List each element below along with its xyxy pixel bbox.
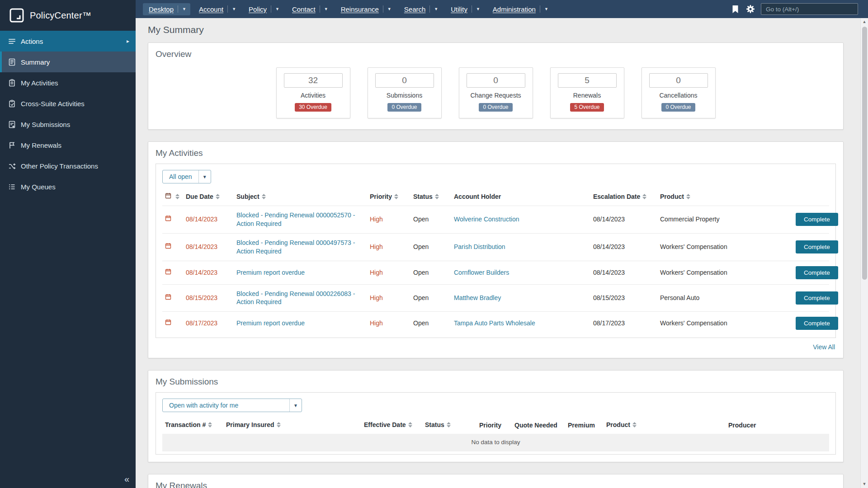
chevron-down-icon[interactable]: ▼ bbox=[232, 7, 236, 11]
col-label: Effective Date bbox=[364, 421, 406, 428]
col-subject[interactable]: Subject bbox=[234, 189, 367, 206]
nav-item-contact[interactable]: Contact ▼ bbox=[286, 3, 332, 15]
complete-button[interactable]: Complete bbox=[796, 213, 838, 226]
subject-link[interactable]: Blocked - Pending Renewal 0000052570 - A… bbox=[236, 211, 355, 227]
scrollbar-thumb[interactable] bbox=[862, 27, 867, 280]
sidebar-item-my-submissions[interactable]: My Submissions bbox=[0, 114, 136, 135]
sidebar-item-cross-suite-activities[interactable]: Cross-Suite Activities bbox=[0, 93, 136, 114]
col-priority[interactable]: Priority bbox=[476, 418, 512, 434]
account-holder-link[interactable]: Cornflower Builders bbox=[454, 269, 509, 276]
sort-icon bbox=[175, 193, 179, 201]
complete-button[interactable]: Complete bbox=[796, 317, 838, 330]
activities-filter-dropdown[interactable]: All open ▼ bbox=[162, 170, 211, 183]
stat-value: 5 bbox=[558, 73, 617, 88]
sidebar-item-other-policy-transactions[interactable]: Other Policy Transactions bbox=[0, 155, 136, 176]
status: Open bbox=[410, 284, 451, 312]
complete-button[interactable]: Complete bbox=[796, 291, 838, 305]
nav-divider bbox=[429, 5, 430, 13]
complete-button[interactable]: Complete bbox=[796, 266, 838, 279]
nav-item-search[interactable]: Search ▼ bbox=[398, 3, 442, 15]
shuffle-arrows-icon bbox=[8, 162, 16, 170]
col-premium[interactable]: Premium bbox=[565, 418, 604, 434]
sidebar-item-my-renewals[interactable]: My Renewals bbox=[0, 135, 136, 155]
col-priority[interactable]: Priority bbox=[367, 189, 410, 206]
chevron-down-icon[interactable]: ▼ bbox=[434, 7, 438, 11]
vertical-scrollbar[interactable]: ▲ ▼ bbox=[860, 18, 868, 488]
gear-icon[interactable] bbox=[745, 4, 755, 14]
stat-tile-submissions[interactable]: 0 Submissions 0 Overdue bbox=[368, 67, 442, 118]
subject-link[interactable]: Premium report overdue bbox=[236, 319, 305, 327]
col-quote-needed[interactable]: Quote Needed bbox=[512, 418, 565, 434]
account-holder-link[interactable]: Wolverine Construction bbox=[454, 216, 519, 223]
sidebar-collapse-button[interactable]: « bbox=[124, 474, 129, 484]
sidebar-item-my-queues[interactable]: My Queues bbox=[0, 176, 136, 197]
sort-icon bbox=[277, 422, 281, 429]
account-holder-link[interactable]: Tampa Auto Parts Wholesale bbox=[454, 319, 535, 327]
scroll-up-arrow[interactable]: ▲ bbox=[863, 18, 867, 26]
top-menu-bar: Desktop ▼ Account ▼ Policy ▼ Contact bbox=[136, 0, 868, 18]
overdue-badge: 30 Overdue bbox=[295, 103, 331, 112]
stat-value: 32 bbox=[284, 73, 343, 88]
nav-item-reinsurance[interactable]: Reinsurance ▼ bbox=[335, 3, 396, 15]
chevron-down-icon[interactable]: ▼ bbox=[476, 7, 480, 11]
goto-search-input[interactable] bbox=[761, 3, 858, 15]
subject-link[interactable]: Blocked - Pending Renewal 0000497573 - A… bbox=[236, 239, 355, 255]
complete-button[interactable]: Complete bbox=[796, 240, 838, 253]
col-status[interactable]: Status bbox=[410, 189, 451, 206]
account-holder-link[interactable]: Matthew Bradley bbox=[454, 294, 501, 301]
col-effective-date[interactable]: Effective Date bbox=[361, 418, 422, 434]
sort-icon bbox=[408, 422, 412, 429]
priority: High bbox=[367, 284, 410, 312]
col-transaction[interactable]: Transaction # bbox=[162, 418, 223, 434]
stat-value: 0 bbox=[467, 73, 525, 88]
nav-item-administration[interactable]: Administration ▼ bbox=[487, 3, 552, 15]
product: Workers' Compensation bbox=[657, 233, 793, 261]
col-account-holder[interactable]: Account Holder bbox=[451, 189, 590, 206]
submissions-filter-dropdown[interactable]: Open with activity for me ▼ bbox=[162, 399, 302, 412]
overview-title: Overview bbox=[156, 49, 836, 59]
col-calendar[interactable] bbox=[162, 189, 183, 206]
subject-link[interactable]: Blocked - Pending Renewal 0000226083 - A… bbox=[236, 290, 355, 306]
summary-document-icon bbox=[8, 58, 16, 66]
subject-cell: Premium report overdue bbox=[234, 261, 367, 284]
col-label: Subject bbox=[236, 193, 259, 200]
scroll-down-arrow[interactable]: ▼ bbox=[863, 480, 867, 488]
chevron-down-icon[interactable]: ▼ bbox=[182, 7, 186, 11]
chevron-down-icon[interactable]: ▼ bbox=[275, 7, 279, 11]
nav-label: Contact bbox=[292, 5, 316, 13]
col-product[interactable]: Product bbox=[657, 189, 793, 206]
overdue-calendar-icon bbox=[165, 268, 171, 275]
col-escalation-date[interactable]: Escalation Date bbox=[590, 189, 657, 206]
submissions-panel: Open with activity for me ▼ Transaction … bbox=[156, 392, 836, 454]
chevron-down-icon[interactable]: ▼ bbox=[324, 7, 328, 11]
col-due-date[interactable]: Due Date bbox=[183, 189, 234, 206]
nav-item-account[interactable]: Account ▼ bbox=[193, 3, 240, 15]
nav-item-utility[interactable]: Utility ▼ bbox=[445, 3, 484, 15]
col-primary-insured[interactable]: Primary Insured bbox=[223, 418, 361, 434]
stat-tile-change-requests[interactable]: 0 Change Requests 0 Overdue bbox=[459, 67, 533, 118]
nav-label: Reinsurance bbox=[341, 5, 379, 13]
nav-item-desktop[interactable]: Desktop ▼ bbox=[143, 3, 190, 15]
chevron-down-icon[interactable]: ▼ bbox=[387, 7, 392, 11]
sidebar-actions-menu[interactable]: Actions ▸ bbox=[0, 31, 136, 52]
col-product[interactable]: Product bbox=[604, 418, 726, 434]
sidebar-item-summary[interactable]: Summary bbox=[0, 52, 136, 72]
sort-icon bbox=[632, 422, 637, 429]
table-row: 08/14/2023 Blocked - Pending Renewal 000… bbox=[162, 233, 829, 261]
subject-link[interactable]: Premium report overdue bbox=[236, 269, 305, 276]
bookmark-icon[interactable] bbox=[730, 4, 740, 14]
account-holder-link[interactable]: Parish Distribution bbox=[454, 243, 505, 250]
stat-label: Activities bbox=[281, 92, 345, 99]
col-producer[interactable]: Producer bbox=[726, 418, 829, 434]
chevron-right-icon: ▸ bbox=[127, 38, 129, 44]
stat-tile-activities[interactable]: 32 Activities 30 Overdue bbox=[276, 67, 350, 118]
stat-tile-renewals[interactable]: 5 Renewals 5 Overdue bbox=[550, 67, 624, 118]
sidebar-item-my-activities[interactable]: My Activities bbox=[0, 72, 136, 93]
chevron-down-icon[interactable]: ▼ bbox=[544, 7, 548, 11]
renewal-flag-icon bbox=[8, 141, 16, 149]
nav-item-policy[interactable]: Policy ▼ bbox=[243, 3, 283, 15]
stat-tile-cancellations[interactable]: 0 Cancellations 0 Overdue bbox=[642, 67, 716, 118]
table-row: 08/14/2023 Blocked - Pending Renewal 000… bbox=[162, 206, 829, 234]
col-status[interactable]: Status bbox=[422, 418, 476, 434]
view-all-link[interactable]: View All bbox=[813, 343, 835, 351]
